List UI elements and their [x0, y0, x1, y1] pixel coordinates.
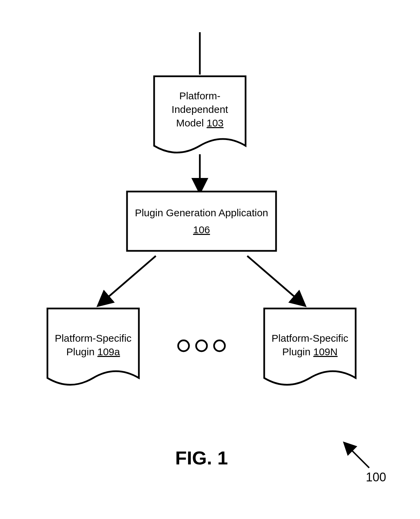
model-line3-num: 103: [207, 117, 224, 128]
block-plugin-n: Platform-Specific Plugin 109N: [264, 308, 356, 385]
figure-number: 100: [366, 470, 386, 484]
pluginA-line2: Plugin 109a: [66, 346, 120, 357]
block-model: Platform- Independent Model 103: [154, 76, 246, 153]
model-line1: Platform-: [179, 90, 220, 101]
app-line2: 106: [193, 224, 210, 235]
pluginN-line2: Plugin 109N: [282, 346, 337, 357]
figure-label: FIG. 1: [175, 447, 228, 468]
diagram-canvas: Platform- Independent Model 103 Plugin G…: [0, 0, 420, 519]
pluginN-line2-num: 109N: [313, 346, 338, 357]
svg-rect-0: [127, 192, 276, 251]
model-line3-prefix: Model: [176, 117, 207, 128]
pluginA-line2-prefix: Plugin: [66, 346, 98, 357]
ellipsis-dots: [178, 340, 225, 351]
block-app: Plugin Generation Application 106: [127, 192, 276, 251]
pluginA-line2-num: 109a: [97, 346, 120, 357]
pluginN-line2-prefix: Plugin: [282, 346, 313, 357]
ellipsis-dot-2: [196, 340, 207, 351]
model-line2: Independent: [172, 104, 228, 115]
block-plugin-a: Platform-Specific Plugin 109a: [47, 308, 139, 385]
figure-number-arrow: [351, 449, 369, 468]
ellipsis-dot-1: [178, 340, 189, 351]
pluginA-line1: Platform-Specific: [55, 333, 132, 344]
app-line1: Plugin Generation Application: [135, 207, 268, 218]
arrow-app-to-pluginN: [247, 256, 296, 298]
ellipsis-dot-3: [214, 340, 225, 351]
pluginN-line1: Platform-Specific: [272, 333, 349, 344]
model-line3: Model 103: [176, 117, 224, 128]
arrow-app-to-pluginA: [107, 256, 156, 298]
